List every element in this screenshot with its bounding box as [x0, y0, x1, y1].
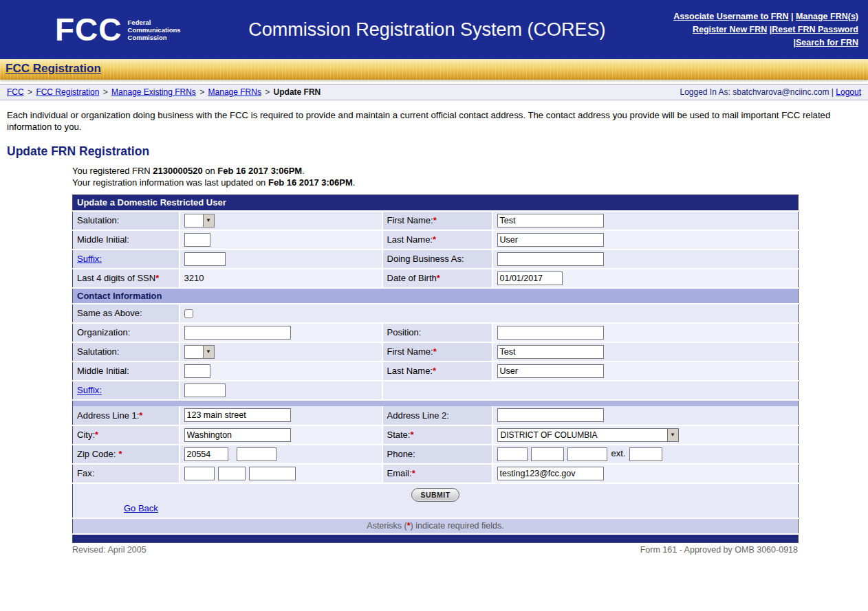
dob-input[interactable]	[497, 271, 563, 285]
associate-username-to-frn-link[interactable]: Associate Username to FRN	[673, 12, 788, 21]
salutation-label: Salutation:	[73, 211, 180, 230]
phone-area-input[interactable]	[497, 447, 528, 461]
fcc-logo-text: FCC	[55, 14, 122, 45]
contact-first-name-label-cell: First Name:*	[382, 342, 492, 362]
organization-label: Organization:	[73, 323, 180, 342]
required-note: Asterisks (*) indicate required fields.	[73, 518, 799, 534]
breadcrumb-fcc[interactable]: FCC	[7, 87, 24, 97]
required-asterisk: *	[412, 468, 415, 478]
fcc-logo: FCC Federal Communications Commission	[55, 14, 181, 45]
fax-label: Fax:	[73, 464, 180, 483]
contact-suffix-link[interactable]: Suffix:	[77, 385, 102, 395]
required-asterisk: *	[139, 410, 142, 421]
updated-date: Feb 16 2017 3:06PM	[268, 177, 353, 188]
form-row-contact-salutation: Salutation: ▼ First Name:*	[73, 342, 799, 362]
fax-prefix-input[interactable]	[218, 467, 246, 480]
state-select[interactable]: DISTRICT OF COLUMBIA▼	[497, 428, 679, 442]
contact-suffix-input[interactable]	[184, 384, 226, 397]
phone-ext-input[interactable]	[629, 447, 662, 461]
contact-first-name-input[interactable]	[497, 345, 604, 359]
suffix-link[interactable]: Suffix:	[77, 254, 102, 264]
fax-area-input[interactable]	[184, 467, 215, 480]
form-row-middle-initial: Middle Initial: Last Name:*	[73, 230, 799, 249]
registration-info: You registered FRN 2130000520 on Feb 16 …	[72, 166, 868, 188]
dob-label: Date of Birth	[387, 273, 437, 283]
address-line1-input[interactable]	[184, 408, 291, 422]
required-asterisk: *	[155, 273, 159, 283]
last-name-label-cell: Last Name:*	[382, 230, 492, 249]
zip-label: Zip Code:	[77, 449, 116, 459]
position-label: Position:	[382, 323, 492, 342]
search-for-frn-link[interactable]: Search for FRN	[796, 38, 858, 47]
zip-input[interactable]	[184, 447, 228, 461]
breadcrumb-current: Update FRN	[274, 87, 321, 97]
logged-in-label: Logged In As:	[680, 87, 730, 97]
contact-information-title: Contact Information	[73, 288, 799, 304]
page: FCC Federal Communications Commission Co…	[0, 0, 868, 611]
registered-date: Feb 16 2017 3:06PM	[217, 166, 302, 176]
separator: |	[791, 12, 794, 21]
last-name-input[interactable]	[497, 233, 604, 247]
email-input[interactable]	[497, 467, 604, 480]
contact-last-name-input[interactable]	[497, 364, 604, 378]
breadcrumb-manage-frns[interactable]: Manage FRNs	[208, 87, 261, 97]
page-title: Update FRN Registration	[7, 144, 868, 159]
middle-initial-input[interactable]	[184, 233, 210, 247]
address-line1-label-cell: Address Line 1:*	[73, 406, 180, 425]
page-footer: Revised: April 2005 Form 161 - Approved …	[72, 545, 798, 555]
logo-caption-line: Commission	[128, 34, 181, 41]
form-section-header-row: Update a Domestic Restricted User	[73, 195, 799, 211]
contact-information-header-row: Contact Information	[73, 288, 799, 304]
middle-initial-label: Middle Initial:	[73, 230, 180, 249]
header-nav-line: |Search for FRN	[673, 36, 858, 49]
header-nav: Associate Username to FRN | Manage FRN(s…	[673, 10, 861, 49]
email-label-cell: Email:*	[382, 464, 492, 483]
intro-text: Each individual or organization doing bu…	[7, 110, 861, 133]
first-name-input[interactable]	[497, 214, 604, 227]
form-row-ssn-dob: Last 4 digits of SSN* 3210 Date of Birth…	[73, 269, 799, 288]
required-asterisk: *	[433, 234, 436, 245]
reset-frn-password-link[interactable]: Reset FRN Password	[772, 25, 858, 34]
phone-ext-label: ext.	[611, 448, 626, 458]
form-bottom-bar	[73, 534, 799, 543]
contact-salutation-select[interactable]: ▼	[184, 345, 215, 359]
email-label: Email:	[387, 468, 412, 478]
position-input[interactable]	[497, 326, 604, 340]
city-label-cell: City:*	[73, 425, 180, 445]
form-row-address1: Address Line 1:* Address Line 2:	[73, 406, 799, 425]
separator: >	[103, 87, 108, 97]
state-label: State:	[387, 430, 411, 440]
salutation-select[interactable]: ▼	[184, 214, 215, 227]
breadcrumb-fcc-registration[interactable]: FCC Registration	[36, 87, 99, 97]
contact-middle-initial-input[interactable]	[184, 364, 210, 378]
login-info: Logged In As: sbatchvarova@nciinc.com | …	[680, 87, 861, 97]
contact-last-name-label: Last Name:	[387, 366, 433, 376]
breadcrumb-manage-existing-frns[interactable]: Manage Existing FRNs	[111, 87, 196, 97]
address-line2-input[interactable]	[497, 408, 604, 422]
manage-frns-link[interactable]: Manage FRN(s)	[796, 12, 858, 21]
same-as-above-checkbox[interactable]	[184, 309, 193, 318]
zip-plus4-input[interactable]	[237, 447, 276, 461]
doing-business-as-label: Doing Business As:	[382, 249, 492, 269]
required-asterisk: *	[95, 430, 98, 440]
city-input[interactable]	[184, 428, 291, 442]
fcc-logo-caption: Federal Communications Commission	[128, 19, 181, 41]
submit-button[interactable]: SUBMIT	[411, 488, 459, 502]
ssn-value: 3210	[180, 269, 382, 288]
logout-link[interactable]: Logout	[836, 87, 861, 97]
form-row-same-as-above: Same as Above:	[73, 304, 799, 323]
first-name-label: First Name:	[387, 215, 433, 225]
doing-business-as-input[interactable]	[497, 252, 604, 266]
organization-input[interactable]	[184, 326, 291, 340]
phone-line-input[interactable]	[567, 447, 607, 461]
separator: >	[199, 87, 204, 97]
phone-prefix-input[interactable]	[531, 447, 564, 461]
fcc-registration-link[interactable]: FCC Registration	[6, 62, 101, 76]
suffix-input[interactable]	[184, 252, 226, 266]
separator: >	[28, 87, 32, 97]
go-back-link[interactable]: Go Back	[124, 503, 158, 513]
phone-label: Phone:	[382, 445, 492, 464]
fax-line-input[interactable]	[249, 467, 296, 480]
register-new-frn-link[interactable]: Register New FRN	[693, 25, 767, 34]
dropdown-arrow-icon: ▼	[203, 346, 214, 358]
